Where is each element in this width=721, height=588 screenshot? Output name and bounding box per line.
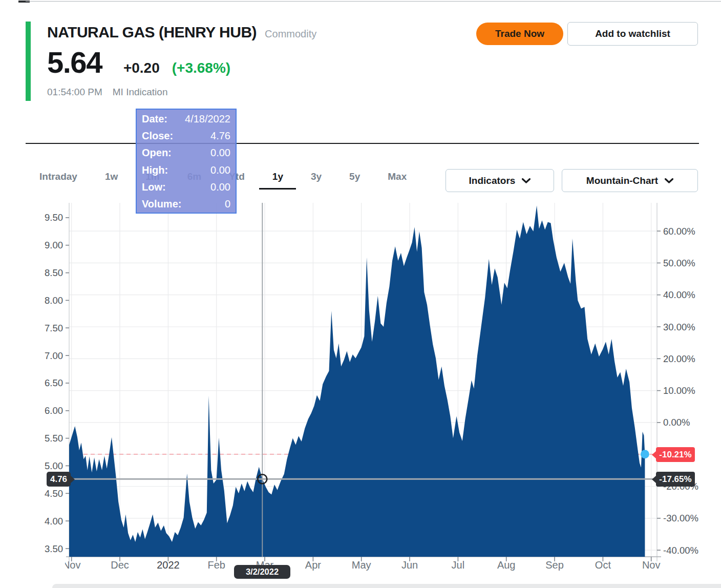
price-tick-label: 4.00 [45,516,63,527]
price-chart[interactable]: 9.509.008.508.007.507.006.506.005.505.00… [0,200,721,581]
price-change: +0.20 [123,60,160,76]
tooltip-value: 0.00 [210,181,230,193]
tooltip-row: Volume: 0 [142,196,230,213]
quote-source: MI Indication [113,87,168,98]
crosshair-date-badge: 3/2/2022 [234,565,290,579]
chevron-down-icon [522,178,531,183]
section-divider [26,143,699,144]
tooltip-label: Date: [142,113,167,125]
month-label: Jul [452,559,465,571]
price-row: 5.64 +0.20 (+3.68%) [47,45,230,79]
chart-type-dropdown[interactable]: Mountain-Chart [562,169,698,192]
chevron-down-icon [665,178,673,183]
tooltip-value: 4/18/2022 [185,113,230,125]
percent-tick-label: -40.00% [663,545,698,556]
tooltip-label: Volume: [142,198,181,210]
percent-tick-label: 40.00% [663,289,695,300]
month-label: Nov [642,559,661,571]
horizontal-scrollbar[interactable] [52,584,721,588]
price-tick-label: 9.50 [45,212,63,223]
add-to-watchlist-button[interactable]: Add to watchlist [567,22,698,46]
month-label: Nov [62,559,81,571]
quote-meta-row: 01:54:00 PM MI Indication [47,87,167,98]
percent-tick-label: 0.00% [663,417,690,428]
price-tick-label: 8.00 [45,295,63,306]
tooltip-row: Low: 0.00 [142,179,230,196]
tab-max[interactable]: Max [388,171,407,182]
price-tick-label: 8.50 [45,267,63,278]
price-tick-label: 3.50 [45,543,63,554]
tooltip-value: 0.00 [210,147,230,159]
tooltip-value: 0 [225,198,230,210]
tab-3y[interactable]: 3y [311,171,322,182]
header: NATURAL GAS (HENRY HUB) Commodity [47,24,316,41]
month-label: 2022 [157,559,180,571]
tooltip-value: 4.76 [210,130,230,142]
tab-intraday[interactable]: Intraday [39,171,77,182]
tooltip-row: High: 0.00 [142,162,230,179]
percent-tick-label: 10.00% [663,385,695,396]
chart-data-tooltip: Date: 4/18/2022 Close: 4.76 Open: 0.00 H… [136,109,237,214]
price-change-percent: (+3.68%) [172,60,230,76]
percent-tick-label: -30.00% [663,513,698,523]
percent-tick-label: 20.00% [663,353,695,364]
tooltip-value: 0.00 [210,164,230,176]
current-percent-badge: -10.21% [656,447,695,462]
quote-time: 01:54:00 PM [47,87,102,98]
tooltip-label: High: [142,164,168,176]
tab-1y[interactable]: 1y [272,171,283,182]
price-up-indicator-bar [26,22,31,101]
tooltip-label: Close: [142,130,173,142]
chart-type-dropdown-label: Mountain-Chart [586,175,658,186]
price-tick-label: 4.50 [45,488,63,499]
tooltip-row: Date: 4/18/2022 [142,111,230,128]
percent-tick-label: 30.00% [663,322,695,332]
indicators-dropdown-label: Indicators [469,175,516,186]
tab-1w[interactable]: 1w [105,171,118,182]
crosshair-percent-badge: -17.65% [656,472,695,487]
tooltip-label: Low: [142,181,166,193]
month-label: Aug [497,559,516,571]
month-label: Dec [111,559,129,571]
indicators-dropdown[interactable]: Indicators [446,169,554,192]
month-label: Sep [545,559,564,571]
price-tick-label: 5.50 [45,433,63,444]
tab-5y[interactable]: 5y [349,171,360,182]
month-label: Oct [595,559,611,571]
last-value-dot [641,450,649,458]
percent-tick-label: 60.00% [663,226,695,237]
area-series [69,205,645,557]
month-label: May [352,559,371,571]
tooltip-row: Close: 4.76 [142,128,230,144]
price-tick-label: 7.50 [45,323,63,333]
month-label: Apr [305,559,321,571]
crosshair-price-badge: 4.76 [47,472,71,487]
instrument-type-label: Commodity [265,28,316,40]
price-tick-label: 6.00 [45,405,63,416]
month-label: Feb [207,559,225,571]
month-label: Jun [401,559,418,571]
price-tick-label: 7.00 [45,350,63,361]
percent-tick-label: 50.00% [663,258,695,268]
price-tick-label: 6.50 [45,377,63,388]
price-tick-label: 9.00 [45,240,63,250]
tooltip-label: Open: [142,147,172,159]
price-tick-label: 5.00 [45,460,63,471]
page-title: NATURAL GAS (HENRY HUB) [47,24,257,41]
top-divider-line [26,1,721,2]
price-value: 5.64 [47,45,102,79]
trade-now-button[interactable]: Trade Now [476,23,563,45]
tooltip-row: Open: 0.00 [142,144,230,161]
